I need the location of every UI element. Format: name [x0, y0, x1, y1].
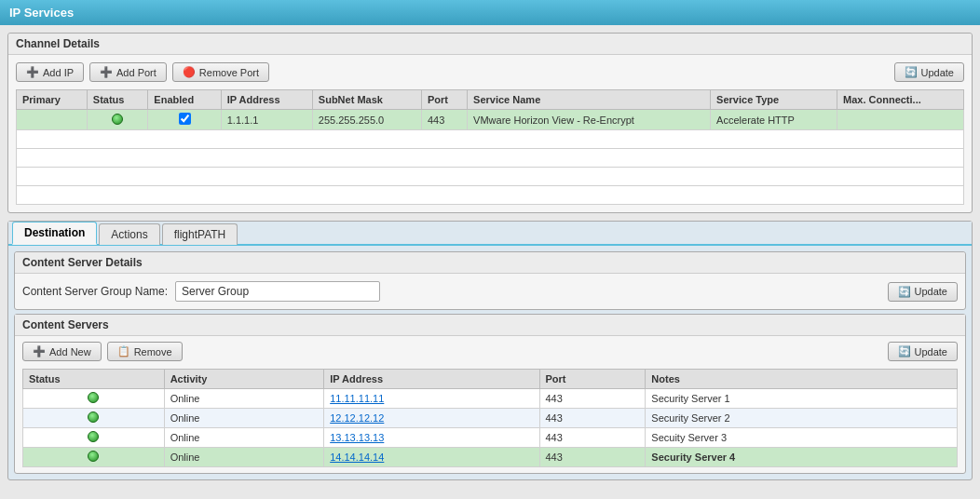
tabs-row: Destination Actions flightPATH [8, 222, 972, 246]
channel-update-icon: 🔄 [905, 66, 918, 78]
main-content: Channel Details ➕ Add IP ➕ Add Port 🔴 Re… [0, 25, 980, 488]
app-title: IP Services [9, 6, 74, 20]
enabled-checkbox[interactable] [179, 113, 191, 125]
cs-col-activity: Activity [164, 370, 324, 389]
empty-cell-1 [17, 130, 964, 149]
add-new-button[interactable]: ➕ Add New [22, 342, 102, 361]
cs-notes-cell: Secuity Server 3 [646, 428, 958, 448]
cs-port-cell: 443 [539, 448, 646, 467]
cell-service-type: Accelerate HTTP [711, 110, 837, 130]
content-server-row[interactable]: Online12.12.12.12443Security Server 2 [23, 409, 958, 428]
content-server-row[interactable]: Online14.14.14.14443Security Server 4 [23, 448, 958, 467]
channel-table-body: 1.1.1.1 255.255.255.0 443 VMware Horizon… [17, 110, 964, 205]
cs-col-port: Port [539, 370, 646, 389]
cs-status-cell [23, 409, 165, 428]
content-server-group-input[interactable] [175, 281, 380, 302]
tab-destination[interactable]: Destination [12, 222, 97, 245]
add-new-icon: ➕ [33, 345, 46, 357]
cell-port: 443 [421, 110, 467, 130]
channel-update-button[interactable]: 🔄 Update [894, 62, 964, 82]
col-service-type: Service Type [711, 90, 837, 110]
cell-service-name: VMware Horizon View - Re-Encrypt [468, 110, 711, 130]
cs-ip-link[interactable]: 13.13.13.13 [330, 432, 384, 443]
cs-status-dot [88, 411, 99, 423]
cs-ip-link[interactable]: 12.12.12.12 [330, 412, 384, 424]
content-server-update-button[interactable]: 🔄 Update [888, 282, 958, 302]
cs-col-ip: IP Address [324, 370, 539, 389]
content-servers-section: Content Servers ➕ Add New 📋 Remove [14, 314, 966, 474]
empty-row-1 [17, 130, 964, 149]
content-servers-update-button[interactable]: 🔄 Update [888, 342, 958, 361]
cs-activity-cell: Online [164, 389, 324, 409]
status-dot-green [112, 114, 123, 125]
cs-activity-cell: Online [164, 448, 324, 467]
cs-ip-link[interactable]: 11.11.11.11 [330, 393, 384, 404]
remove-port-icon: 🔴 [183, 66, 196, 78]
remove-button[interactable]: 📋 Remove [107, 342, 183, 361]
empty-cell-3 [17, 168, 964, 186]
title-bar: IP Services [0, 0, 980, 25]
cs-status-cell [23, 428, 165, 448]
content-servers-toolbar-right: 🔄 Update [888, 342, 958, 361]
add-port-icon: ➕ [100, 66, 113, 78]
cs-port-cell: 443 [539, 389, 646, 409]
cs-status-dot [88, 392, 99, 403]
cs-col-status: Status [23, 370, 165, 389]
channel-details-title: Channel Details [8, 34, 972, 55]
cell-primary [17, 110, 88, 130]
cs-ip-cell[interactable]: 11.11.11.11 [324, 389, 539, 409]
tab-flightpath[interactable]: flightPATH [162, 223, 238, 245]
col-service-name: Service Name [468, 90, 711, 110]
remove-port-button[interactable]: 🔴 Remove Port [172, 62, 269, 82]
channel-details-inner: ➕ Add IP ➕ Add Port 🔴 Remove Port 🔄 [8, 55, 972, 212]
add-ip-icon: ➕ [26, 66, 39, 78]
cs-activity-cell: Online [164, 409, 324, 428]
col-subnet-mask: SubNet Mask [312, 90, 421, 110]
cell-ip: 1.1.1.1 [221, 110, 312, 130]
cs-status-cell [23, 448, 165, 467]
content-server-form-row: Content Server Group Name: 🔄 Update [15, 274, 965, 309]
channel-toolbar: ➕ Add IP ➕ Add Port 🔴 Remove Port 🔄 [16, 62, 964, 82]
content-servers-table: Status Activity IP Address Port Notes On… [22, 369, 958, 467]
cs-status-dot [88, 451, 99, 462]
col-ip-address: IP Address [221, 90, 312, 110]
cell-status [87, 110, 148, 130]
content-server-row[interactable]: Online11.11.11.11443Security Server 1 [23, 389, 958, 409]
cs-port-cell: 443 [539, 409, 646, 428]
add-ip-button[interactable]: ➕ Add IP [16, 62, 84, 82]
tab-actions[interactable]: Actions [99, 223, 159, 245]
cs-ip-cell[interactable]: 14.14.14.14 [324, 448, 539, 467]
toolbar-right-channel: 🔄 Update [894, 62, 964, 82]
bottom-tabs-wrapper: Destination Actions flightPATH Content S… [7, 221, 973, 480]
channel-table: Primary Status Enabled IP Address SubNet… [16, 89, 964, 205]
channel-table-head: Primary Status Enabled IP Address SubNet… [17, 90, 964, 110]
content-server-group-label: Content Server Group Name: [22, 285, 168, 298]
col-status: Status [87, 90, 148, 110]
cs-notes-cell: Security Server 1 [646, 389, 958, 409]
empty-row-2 [17, 149, 964, 168]
content-servers-toolbar: ➕ Add New 📋 Remove 🔄 Update [22, 342, 958, 361]
cs-notes-cell: Security Server 2 [646, 409, 958, 428]
cs-col-notes: Notes [646, 370, 958, 389]
content-servers-thead: Status Activity IP Address Port Notes [23, 370, 958, 389]
content-servers-tbody: Online11.11.11.11443Security Server 1Onl… [23, 389, 958, 467]
cs-ip-cell[interactable]: 13.13.13.13 [324, 428, 539, 448]
cell-enabled [148, 110, 221, 130]
cs-ip-link[interactable]: 14.14.14.14 [330, 452, 384, 463]
cs-ip-cell[interactable]: 12.12.12.12 [324, 409, 539, 428]
channel-table-row[interactable]: 1.1.1.1 255.255.255.0 443 VMware Horizon… [17, 110, 964, 130]
content-server-details-section: Content Server Details Content Server Gr… [14, 251, 966, 310]
page-wrapper: IP Services Channel Details ➕ Add IP ➕ A… [0, 0, 980, 499]
empty-row-3 [17, 168, 964, 186]
channel-details-section: Channel Details ➕ Add IP ➕ Add Port 🔴 Re… [7, 33, 973, 213]
cs-notes-cell: Security Server 4 [646, 448, 958, 467]
content-server-row[interactable]: Online13.13.13.13443Secuity Server 3 [23, 428, 958, 448]
col-enabled: Enabled [148, 90, 221, 110]
content-servers-title: Content Servers [15, 315, 965, 336]
cs-activity-cell: Online [164, 428, 324, 448]
content-servers-header-row: Status Activity IP Address Port Notes [23, 370, 958, 389]
add-port-button[interactable]: ➕ Add Port [89, 62, 167, 82]
content-servers-update-icon: 🔄 [898, 345, 911, 357]
cell-max-conn [837, 110, 964, 130]
content-server-details-title: Content Server Details [15, 252, 965, 274]
